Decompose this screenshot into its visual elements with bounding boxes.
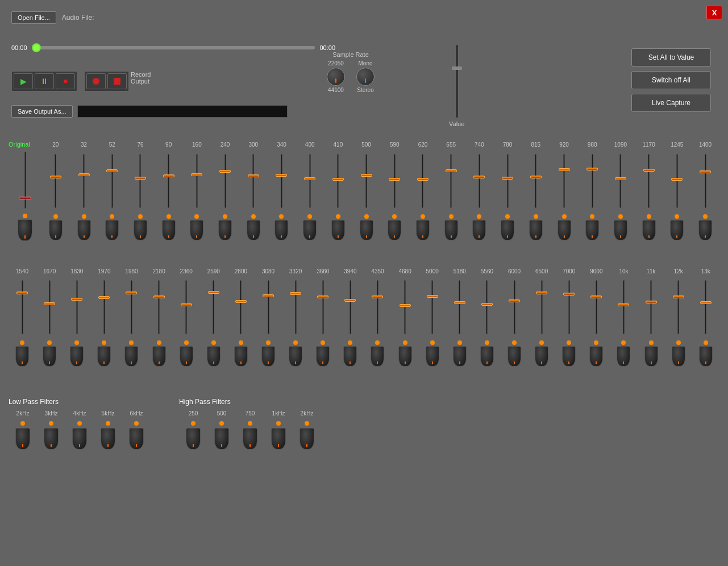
fader-track[interactable]	[648, 154, 650, 208]
fader-track-row2[interactable]	[103, 280, 105, 334]
eq-knob-row2[interactable]	[453, 346, 467, 367]
sr-mono-knob[interactable]	[356, 68, 375, 86]
fader-thumb-row2[interactable]	[509, 299, 520, 302]
fader-thumb-row2[interactable]	[235, 300, 247, 303]
fader-track-row2[interactable]	[623, 280, 625, 334]
fader-track-row2[interactable]	[185, 280, 187, 334]
fader-track[interactable]	[252, 154, 254, 208]
fader-thumb[interactable]	[615, 177, 626, 180]
eq-knob-row2[interactable]	[343, 346, 357, 367]
fader-track-row2[interactable]	[295, 280, 297, 334]
fader-track[interactable]	[507, 154, 509, 208]
low-pass-knob[interactable]	[101, 428, 115, 450]
eq-knob-row2[interactable]	[617, 346, 630, 367]
fader-thumb-row2[interactable]	[208, 291, 219, 294]
fader-thumb[interactable]	[135, 177, 146, 180]
eq-knob[interactable]	[416, 220, 430, 240]
eq-knob-row2[interactable]	[234, 346, 248, 367]
fader-track-row2[interactable]	[350, 280, 351, 334]
fader-track[interactable]	[422, 154, 423, 208]
eq-knob-row2[interactable]	[70, 346, 84, 367]
high-pass-knob[interactable]	[271, 428, 286, 450]
fader-thumb[interactable]	[191, 173, 202, 176]
eq-knob-row2[interactable]	[124, 346, 138, 367]
eq-knob[interactable]	[444, 220, 458, 240]
fader-track[interactable]	[337, 154, 339, 208]
fader-track[interactable]	[479, 154, 480, 208]
eq-knob[interactable]	[49, 220, 63, 240]
eq-knob-row2[interactable]	[97, 346, 111, 367]
fader-track[interactable]	[676, 154, 678, 208]
fader-track[interactable]	[224, 154, 226, 208]
fader-track-row2[interactable]	[459, 280, 460, 334]
fader-thumb[interactable]	[671, 178, 683, 181]
fader-thumb[interactable]	[417, 178, 429, 181]
eq-knob-row2[interactable]	[152, 346, 166, 367]
fader-track[interactable]	[394, 154, 396, 208]
fader-thumb-row2[interactable]	[481, 303, 493, 306]
stop-button[interactable]: ■	[56, 73, 75, 89]
eq-knob-row2[interactable]	[398, 346, 412, 367]
fader-track-row2[interactable]	[431, 280, 433, 334]
fader-thumb-row2[interactable]	[646, 301, 657, 303]
fader-track-row2[interactable]	[131, 280, 132, 334]
progress-thumb[interactable]	[32, 43, 41, 52]
eq-knob-row2[interactable]	[672, 346, 685, 367]
fader-track-row2[interactable]	[568, 280, 570, 334]
eq-knob[interactable]	[274, 220, 288, 240]
eq-knob[interactable]	[134, 220, 147, 240]
high-pass-knob[interactable]	[299, 428, 314, 450]
sr-22050-knob[interactable]	[327, 68, 345, 86]
fader-track-row2[interactable]	[158, 280, 160, 334]
original-knob[interactable]	[18, 219, 32, 241]
fader-track[interactable]	[55, 154, 56, 208]
eq-knob-row2[interactable]	[207, 346, 221, 367]
fader-track[interactable]	[592, 154, 593, 208]
eq-knob[interactable]	[331, 220, 345, 240]
value-slider-track[interactable]	[455, 44, 459, 118]
fader-track[interactable]	[139, 154, 141, 208]
fader-track-row2[interactable]	[596, 280, 597, 334]
fader-track-row2[interactable]	[650, 280, 652, 334]
fader-thumb-row2[interactable]	[290, 292, 301, 295]
fader-thumb-row2[interactable]	[126, 292, 137, 294]
fader-track-row2[interactable]	[240, 280, 242, 334]
low-pass-knob[interactable]	[44, 428, 59, 450]
eq-knob[interactable]	[614, 220, 627, 240]
fader-track[interactable]	[196, 154, 198, 208]
fader-thumb-row2[interactable]	[263, 294, 274, 297]
eq-knob[interactable]	[388, 220, 401, 240]
fader-thumb-row2[interactable]	[590, 296, 602, 298]
fader-track[interactable]	[563, 154, 565, 208]
fader-thumb[interactable]	[248, 174, 259, 177]
fader-track[interactable]	[309, 154, 311, 208]
fader-thumb[interactable]	[219, 170, 231, 173]
fader-thumb[interactable]	[473, 176, 485, 178]
fader-track-row2[interactable]	[377, 280, 378, 334]
eq-knob-row2[interactable]	[507, 346, 521, 367]
eq-knob-row2[interactable]	[562, 346, 576, 367]
eq-knob-row2[interactable]	[261, 346, 275, 367]
fader-thumb[interactable]	[106, 169, 118, 172]
fader-track-row2[interactable]	[76, 280, 78, 334]
fader-thumb-row2[interactable]	[400, 304, 411, 307]
fader-track[interactable]	[83, 154, 85, 208]
fader-thumb-row2[interactable]	[317, 296, 328, 298]
eq-knob-row2[interactable]	[699, 346, 713, 367]
fader-thumb[interactable]	[643, 169, 655, 172]
switch-off-all-button[interactable]: Switch off All	[631, 71, 711, 89]
eq-knob-row2[interactable]	[480, 346, 494, 367]
eq-knob[interactable]	[698, 220, 712, 240]
fader-thumb-row2[interactable]	[98, 296, 110, 299]
low-pass-knob[interactable]	[15, 428, 30, 450]
fader-track-row2[interactable]	[404, 280, 406, 334]
original-fader-track[interactable]	[24, 152, 26, 209]
fader-thumb[interactable]	[163, 174, 174, 177]
fader-track[interactable]	[535, 154, 536, 208]
fader-track[interactable]	[450, 154, 452, 208]
eq-knob[interactable]	[670, 220, 684, 240]
eq-knob[interactable]	[558, 220, 571, 240]
fader-thumb[interactable]	[332, 178, 344, 181]
eq-knob[interactable]	[501, 220, 514, 240]
fader-track[interactable]	[619, 154, 621, 208]
